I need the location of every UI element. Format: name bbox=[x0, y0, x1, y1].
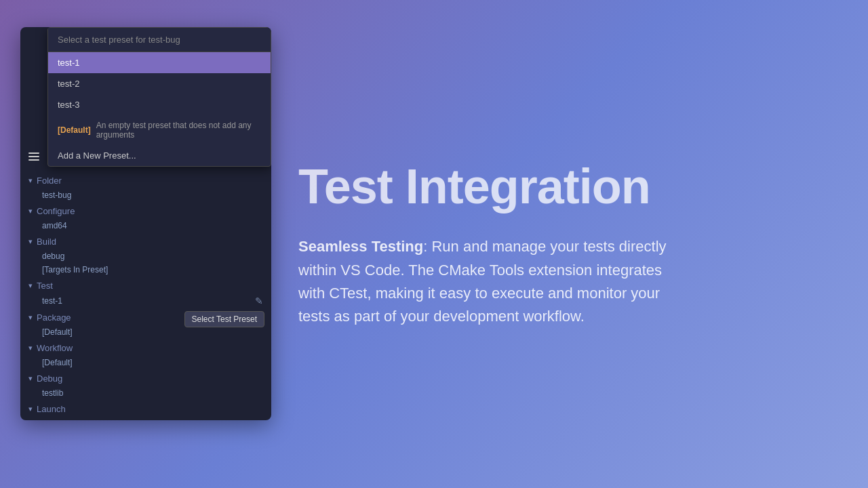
preset-search-input[interactable] bbox=[48, 28, 271, 52]
content-description: Seamless Testing: Run and manage your te… bbox=[298, 235, 692, 327]
tree-section-header-build[interactable]: ▾ Build bbox=[20, 234, 271, 249]
tree-item-test1[interactable]: test-1 ✎ Select Test Preset bbox=[20, 293, 271, 308]
tree-item-workflow-default[interactable]: [Default] bbox=[20, 356, 271, 369]
tree-item-amd64[interactable]: amd64 bbox=[20, 219, 271, 232]
tree-section-test: ▾ Test test-1 ✎ Select Test Preset bbox=[20, 278, 271, 308]
tree-item-debug[interactable]: debug bbox=[20, 249, 271, 263]
section-label-workflow: Workflow bbox=[37, 343, 73, 353]
chevron-down-icon: ▾ bbox=[28, 176, 33, 185]
tree-item-test-bug[interactable]: test-bug bbox=[20, 188, 271, 202]
section-label-launch: Launch bbox=[37, 404, 66, 414]
chevron-down-icon-package: ▾ bbox=[28, 313, 33, 322]
chevron-down-icon-build: ▾ bbox=[28, 237, 33, 246]
tree-section-folder: ▾ Folder test-bug bbox=[20, 173, 271, 202]
content-panel: Test Integration Seamless Testing: Run a… bbox=[271, 0, 868, 488]
dropdown-item-test2[interactable]: test-2 bbox=[48, 73, 271, 94]
dropdown-item-default[interactable]: [Default] An empty test preset that does… bbox=[48, 115, 271, 145]
sidebar-panel: test-1 test-2 test-3 [Default] An empty … bbox=[0, 0, 271, 488]
tree-item-testlib-debug[interactable]: testlib bbox=[20, 386, 271, 400]
edit-icon[interactable]: ✎ bbox=[255, 296, 263, 306]
tree-section-build: ▾ Build debug [Targets In Preset] bbox=[20, 234, 271, 277]
page-title: Test Integration bbox=[298, 160, 827, 214]
tree-section-header-workflow[interactable]: ▾ Workflow bbox=[20, 340, 271, 356]
chevron-down-icon-workflow: ▾ bbox=[28, 344, 33, 352]
section-label-test: Test bbox=[37, 281, 53, 291]
dropdown-overlay: test-1 test-2 test-3 [Default] An empty … bbox=[47, 27, 271, 167]
tree-section-launch: ▾ Launch testlib bbox=[20, 401, 271, 420]
tree-section-configure: ▾ Configure amd64 bbox=[20, 203, 271, 232]
section-label-configure: Configure bbox=[37, 206, 75, 216]
tree-section-header-package[interactable]: ▾ Package bbox=[20, 310, 271, 325]
tree-section-workflow: ▾ Workflow [Default] bbox=[20, 340, 271, 369]
tree-section-package: ▾ Package [Default] bbox=[20, 310, 271, 339]
content-bold: Seamless Testing bbox=[298, 238, 423, 255]
section-label-package: Package bbox=[37, 312, 71, 323]
dropdown-item-test3[interactable]: test-3 bbox=[48, 94, 271, 115]
tree-section-header-test[interactable]: ▾ Test bbox=[20, 278, 271, 293]
chevron-down-icon-launch: ▾ bbox=[28, 405, 33, 413]
tree-item-package-default[interactable]: [Default] bbox=[20, 325, 271, 339]
section-label-debug: Debug bbox=[37, 373, 62, 384]
tree-section-debug: ▾ Debug testlib bbox=[20, 371, 271, 400]
tree-section-header-configure[interactable]: ▾ Configure bbox=[20, 203, 271, 219]
chevron-down-icon-test: ▾ bbox=[28, 281, 33, 290]
dropdown-item-add-preset[interactable]: Add a New Preset... bbox=[48, 145, 271, 166]
hamburger-icon[interactable] bbox=[28, 152, 39, 161]
tree-item-targets-in-preset[interactable]: [Targets In Preset] bbox=[20, 263, 271, 277]
chevron-down-icon-configure: ▾ bbox=[28, 207, 33, 216]
tree-section-header-debug[interactable]: ▾ Debug bbox=[20, 371, 271, 386]
chevron-down-icon-debug: ▾ bbox=[28, 374, 33, 383]
section-label-build: Build bbox=[37, 237, 56, 247]
sidebar-window: test-1 test-2 test-3 [Default] An empty … bbox=[20, 27, 271, 420]
dropdown-item-test1[interactable]: test-1 bbox=[48, 52, 271, 73]
section-label-folder: Folder bbox=[37, 176, 62, 186]
tree-section-header-folder[interactable]: ▾ Folder bbox=[20, 173, 271, 188]
tree-item-testlib-launch[interactable]: testlib bbox=[20, 417, 271, 420]
sidebar-tree: ▾ Folder test-bug ▾ Configure amd64 bbox=[20, 167, 271, 420]
tree-section-header-launch[interactable]: ▾ Launch bbox=[20, 401, 271, 417]
